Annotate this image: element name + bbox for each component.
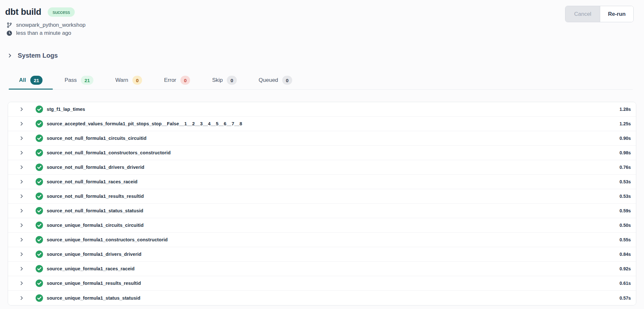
result-duration: 0.53s xyxy=(620,194,631,199)
result-duration: 1.25s xyxy=(620,121,631,126)
result-row[interactable]: source_accepted_values_formula1_pit_stop… xyxy=(8,117,636,131)
result-name: source_unique_formula1_constructors_cons… xyxy=(47,237,168,242)
expand-chevron-icon[interactable] xyxy=(19,295,24,301)
result-row[interactable]: source_not_null_formula1_races_raceid 0.… xyxy=(8,175,636,189)
branch-row: snowpark_python_workshop xyxy=(6,21,634,29)
result-name: source_accepted_values_formula1_pit_stop… xyxy=(47,121,242,126)
result-row[interactable]: stg_f1_lap_times 1.28s xyxy=(8,102,636,117)
result-row[interactable]: source_unique_formula1_results_resultid … xyxy=(8,276,636,291)
tab-skip[interactable]: Skip 0 xyxy=(201,72,247,89)
expand-chevron-icon[interactable] xyxy=(19,107,24,112)
result-duration: 0.61s xyxy=(620,281,631,286)
check-circle-icon xyxy=(35,163,43,171)
result-row[interactable]: source_unique_formula1_constructors_cons… xyxy=(8,233,636,247)
result-row[interactable]: source_unique_formula1_races_raceid 0.92… xyxy=(8,262,636,276)
check-circle-icon xyxy=(35,192,43,200)
check-circle-icon xyxy=(35,105,43,113)
check-circle-icon xyxy=(35,294,43,302)
tabs: All 21 Pass 21 Warn 0 Error 0 Skip 0 Que… xyxy=(8,72,633,89)
result-name: source_unique_formula1_status_statusid xyxy=(47,295,140,301)
tab-label: All xyxy=(19,77,26,83)
result-row[interactable]: source_not_null_formula1_constructors_co… xyxy=(8,146,636,160)
result-duration: 1.28s xyxy=(620,107,631,112)
chevron-right-icon xyxy=(7,53,13,58)
check-circle-icon xyxy=(35,120,43,128)
result-name: source_unique_formula1_circuits_circuiti… xyxy=(47,223,144,228)
tab-count-badge: 21 xyxy=(81,76,93,85)
check-circle-icon xyxy=(35,134,43,142)
expand-chevron-icon[interactable] xyxy=(19,252,24,257)
tab-count-badge: 0 xyxy=(227,76,236,85)
time-row: less than a minute ago xyxy=(6,29,634,37)
result-duration: 0.50s xyxy=(620,223,631,228)
expand-chevron-icon[interactable] xyxy=(19,237,24,242)
time-ago: less than a minute ago xyxy=(16,30,71,36)
result-name: source_unique_formula1_races_raceid xyxy=(47,266,135,271)
tab-warn[interactable]: Warn 0 xyxy=(104,72,153,89)
result-duration: 0.92s xyxy=(620,266,631,271)
check-circle-icon xyxy=(35,279,43,287)
result-name: source_unique_formula1_drivers_driverid xyxy=(47,252,141,257)
result-duration: 0.98s xyxy=(620,150,631,155)
result-name: source_not_null_formula1_status_statusid xyxy=(47,208,143,213)
system-logs-label: System Logs xyxy=(18,52,58,59)
expand-chevron-icon[interactable] xyxy=(19,194,24,199)
git-branch-icon xyxy=(6,22,12,28)
tab-count-badge: 21 xyxy=(30,76,43,85)
result-duration: 0.55s xyxy=(620,237,631,242)
tab-label: Skip xyxy=(212,77,223,83)
result-name: source_not_null_formula1_races_raceid xyxy=(47,179,138,184)
result-name: source_not_null_formula1_circuits_circui… xyxy=(47,136,147,141)
tab-all[interactable]: All 21 xyxy=(8,72,53,89)
expand-chevron-icon[interactable] xyxy=(19,223,24,228)
result-name: source_not_null_formula1_drivers_driveri… xyxy=(47,165,144,170)
result-row[interactable]: source_not_null_formula1_circuits_circui… xyxy=(8,131,636,146)
expand-chevron-icon[interactable] xyxy=(19,208,24,213)
expand-chevron-icon[interactable] xyxy=(19,179,24,184)
run-actions: Cancel Re-run xyxy=(565,6,634,22)
cancel-button[interactable]: Cancel xyxy=(565,6,600,22)
tab-label: Pass xyxy=(64,77,77,83)
result-row[interactable]: source_unique_formula1_drivers_driverid … xyxy=(8,247,636,262)
status-badge: success xyxy=(48,7,75,17)
results-tabbar: All 21 Pass 21 Warn 0 Error 0 Skip 0 Que… xyxy=(8,72,633,90)
results-list: stg_f1_lap_times 1.28s source_accepted_v… xyxy=(8,102,636,305)
expand-chevron-icon[interactable] xyxy=(19,150,24,155)
expand-chevron-icon[interactable] xyxy=(19,136,24,141)
result-name: source_unique_formula1_results_resultid xyxy=(47,281,141,286)
tab-label: Error xyxy=(164,77,176,83)
check-circle-icon xyxy=(35,221,43,229)
result-name: stg_f1_lap_times xyxy=(47,107,85,112)
expand-chevron-icon[interactable] xyxy=(19,266,24,271)
result-row[interactable]: source_not_null_formula1_drivers_driveri… xyxy=(8,160,636,175)
check-circle-icon xyxy=(35,236,43,244)
check-circle-icon xyxy=(35,250,43,258)
tab-label: Queued xyxy=(259,77,278,83)
expand-chevron-icon[interactable] xyxy=(19,281,24,286)
result-row[interactable]: source_not_null_formula1_results_resulti… xyxy=(8,189,636,204)
result-duration: 0.57s xyxy=(620,295,631,301)
tab-error[interactable]: Error 0 xyxy=(153,72,201,89)
result-row[interactable]: source_unique_formula1_status_statusid 0… xyxy=(8,291,636,305)
result-duration: 0.76s xyxy=(620,165,631,170)
tab-count-badge: 0 xyxy=(282,76,292,85)
tab-queued[interactable]: Queued 0 xyxy=(248,72,303,89)
tab-pass[interactable]: Pass 21 xyxy=(53,72,104,89)
branch-name: snowpark_python_workshop xyxy=(16,22,85,28)
result-duration: 0.84s xyxy=(620,252,631,257)
check-circle-icon xyxy=(35,149,43,157)
result-duration: 0.59s xyxy=(620,208,631,213)
check-circle-icon xyxy=(35,178,43,186)
clock-icon xyxy=(6,30,12,36)
page-title: dbt build xyxy=(5,7,41,17)
check-circle-icon xyxy=(35,265,43,273)
system-logs-toggle[interactable]: System Logs xyxy=(7,52,58,59)
result-duration: 0.90s xyxy=(620,136,631,141)
result-row[interactable]: source_unique_formula1_circuits_circuiti… xyxy=(8,218,636,233)
result-row[interactable]: source_not_null_formula1_status_statusid… xyxy=(8,204,636,218)
rerun-button[interactable]: Re-run xyxy=(600,6,633,22)
result-duration: 0.53s xyxy=(620,179,631,184)
tab-count-badge: 0 xyxy=(180,76,190,85)
expand-chevron-icon[interactable] xyxy=(19,121,24,126)
expand-chevron-icon[interactable] xyxy=(19,165,24,170)
